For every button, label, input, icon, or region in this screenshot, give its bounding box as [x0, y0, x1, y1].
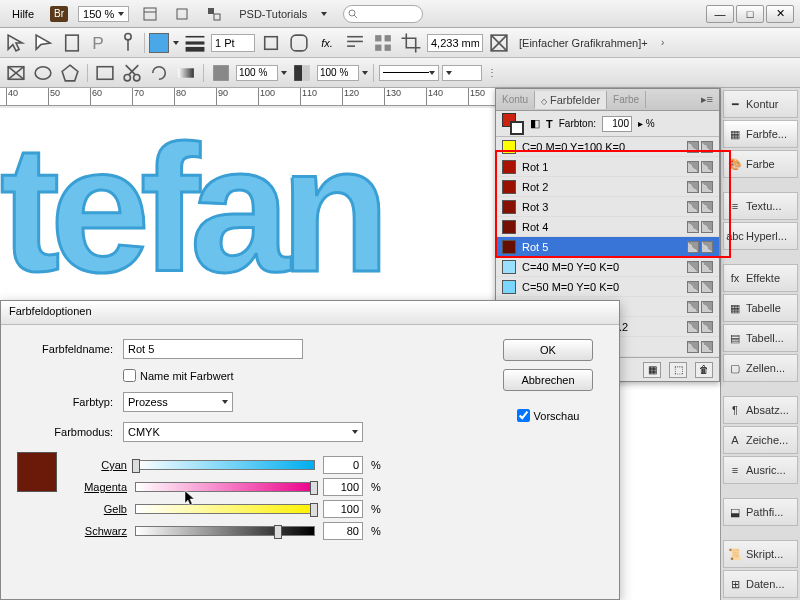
magenta-value-input[interactable] — [323, 478, 363, 496]
scissors-tool-icon[interactable] — [120, 62, 144, 84]
new-folder-button[interactable]: ⬚ — [669, 362, 687, 378]
rect-tool-icon[interactable] — [93, 62, 117, 84]
zoom-select[interactable]: 150 % — [78, 6, 129, 22]
swatch-row[interactable]: C=50 M=0 Y=0 K=0 — [496, 277, 719, 297]
chevron-down-icon — [118, 12, 124, 16]
screen-mode-icon[interactable] — [171, 4, 193, 24]
ruler-tick: 50 — [48, 88, 60, 105]
swatch-name-input[interactable] — [123, 339, 303, 359]
panel-tab-skript[interactable]: 📜Skript... — [723, 540, 798, 568]
panel-tab-farbe[interactable]: 🎨Farbe — [723, 150, 798, 178]
panel-menu-icon[interactable]: ▸≡ — [695, 93, 719, 106]
expand-icon[interactable]: ⋮ — [485, 66, 499, 80]
swatch-kind-icon — [687, 181, 699, 193]
arrow-start-select[interactable] — [442, 65, 482, 81]
selection-tool-icon[interactable] — [4, 32, 28, 54]
color-type-select[interactable]: Prozess — [123, 392, 233, 412]
tint-input[interactable] — [317, 65, 359, 81]
tab-kontur[interactable]: Kontu — [496, 91, 535, 108]
type-tool-icon[interactable]: P — [88, 32, 112, 54]
panel-separator — [723, 384, 798, 394]
grid-icon[interactable] — [371, 32, 395, 54]
menu-help[interactable]: Hilfe — [6, 6, 40, 22]
swatch-row[interactable]: Rot 1 — [496, 157, 719, 177]
poly-frame-tool-icon[interactable] — [58, 62, 82, 84]
black-value-input[interactable] — [323, 522, 363, 540]
panel-tab-pathfi[interactable]: ⬓Pathfi... — [723, 498, 798, 526]
panel-tab-textu[interactable]: ≡Textu... — [723, 192, 798, 220]
preview-checkbox[interactable]: Vorschau — [517, 409, 580, 422]
close-button[interactable]: ✕ — [766, 5, 794, 23]
cyan-slider[interactable] — [135, 460, 315, 470]
swatch-row[interactable]: C=40 M=0 Y=0 K=0 — [496, 257, 719, 277]
swatch-row[interactable]: Rot 5 — [496, 237, 719, 257]
panel-tab-tabelle[interactable]: ▦Tabelle — [723, 294, 798, 322]
svg-rect-14 — [265, 36, 278, 49]
stroke-style-select[interactable] — [379, 65, 439, 81]
panel-tab-absatz[interactable]: ¶Absatz... — [723, 396, 798, 424]
svg-rect-4 — [214, 14, 220, 20]
yellow-slider[interactable] — [135, 504, 315, 514]
expand-icon[interactable]: › — [656, 36, 670, 50]
swatch-row[interactable]: Rot 4 — [496, 217, 719, 237]
farbton-input[interactable] — [602, 116, 632, 132]
search-input[interactable] — [343, 5, 423, 23]
page-tool-icon[interactable] — [60, 32, 84, 54]
corner-options-icon[interactable] — [287, 32, 311, 54]
magenta-slider[interactable] — [135, 482, 315, 492]
color-mode-label: Farbmodus: — [17, 426, 113, 438]
fill-color-swatch[interactable] — [149, 33, 169, 53]
panel-tab-kontur[interactable]: ━Kontur — [723, 90, 798, 118]
arrange-icon[interactable] — [203, 4, 225, 24]
panel-tab-label: Ausric... — [746, 464, 786, 476]
object-style-label[interactable]: [Einfacher Grafikrahmen]+ — [515, 37, 652, 49]
workspace-label[interactable]: PSD-Tutorials — [235, 8, 311, 20]
direct-select-icon[interactable] — [32, 32, 56, 54]
minimize-button[interactable]: — — [706, 5, 734, 23]
panel-tab-effekte[interactable]: fxEffekte — [723, 264, 798, 292]
opacity-input[interactable] — [236, 65, 278, 81]
crop-icon[interactable] — [399, 32, 423, 54]
text-wrap-icon[interactable] — [343, 32, 367, 54]
view-options-icon[interactable] — [139, 4, 161, 24]
panel-tab-farbfe[interactable]: ▦Farbfe... — [723, 120, 798, 148]
effects-icon[interactable]: fx. — [315, 32, 339, 54]
anchor-tool-icon[interactable] — [116, 32, 140, 54]
fill-stroke-indicator[interactable] — [502, 113, 524, 135]
panel-tab-ausric[interactable]: ≡Ausric... — [723, 456, 798, 484]
maximize-button[interactable]: □ — [736, 5, 764, 23]
panel-tab-hyperl[interactable]: abcHyperl... — [723, 222, 798, 250]
measurement-input[interactable] — [427, 34, 483, 52]
black-slider[interactable] — [135, 526, 315, 536]
frame-icon[interactable] — [487, 32, 511, 54]
rotate-tool-icon[interactable] — [147, 62, 171, 84]
yellow-value-input[interactable] — [323, 500, 363, 518]
object-target-icon[interactable]: ◧ — [530, 117, 540, 130]
swatch-row[interactable]: C=0 M=0 Y=100 K=0 — [496, 137, 719, 157]
align-stroke-icon[interactable] — [259, 32, 283, 54]
ellipse-frame-tool-icon[interactable] — [31, 62, 55, 84]
text-target-icon[interactable]: T — [546, 118, 553, 130]
color-mode-select[interactable]: CMYK — [123, 422, 363, 442]
cyan-value-input[interactable] — [323, 456, 363, 474]
panel-tab-daten[interactable]: ⊞Daten... — [723, 570, 798, 598]
cancel-button[interactable]: Abbrechen — [503, 369, 593, 391]
panel-tab-tabell[interactable]: ▤Tabell... — [723, 324, 798, 352]
name-with-value-checkbox[interactable]: Name mit Farbwert — [123, 369, 234, 382]
swatch-chip — [502, 140, 516, 154]
new-swatch-button[interactable]: ▦ — [643, 362, 661, 378]
panel-tab-zellen[interactable]: ▢Zellen... — [723, 354, 798, 382]
swatch-row[interactable]: Rot 2 — [496, 177, 719, 197]
bridge-icon[interactable]: Br — [50, 6, 68, 22]
gradient-tool-icon[interactable] — [174, 62, 198, 84]
swatch-mode-icon — [701, 161, 713, 173]
ok-button[interactable]: OK — [503, 339, 593, 361]
ruler-tick: 60 — [90, 88, 102, 105]
tab-farbfelder[interactable]: ◇ Farbfelder — [535, 91, 607, 109]
panel-tab-zeiche[interactable]: AZeiche... — [723, 426, 798, 454]
rect-frame-tool-icon[interactable] — [4, 62, 28, 84]
swatch-row[interactable]: Rot 3 — [496, 197, 719, 217]
tab-farbe[interactable]: Farbe — [607, 91, 646, 108]
delete-swatch-button[interactable]: 🗑 — [695, 362, 713, 378]
stroke-weight-input[interactable] — [211, 34, 255, 52]
